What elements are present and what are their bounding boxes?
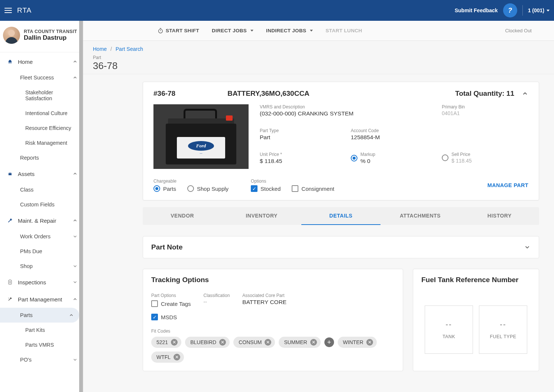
radio-icon xyxy=(187,185,194,192)
label: Risk Management xyxy=(25,140,78,146)
chip[interactable]: WINTER✕ xyxy=(338,337,377,348)
tools-icon xyxy=(6,295,14,303)
manage-part-button[interactable]: MANAGE PART xyxy=(487,182,528,188)
label: TANK xyxy=(443,334,455,339)
chevron-down-icon xyxy=(72,357,78,362)
label: PO's xyxy=(20,357,72,363)
sidebar-item-part-management[interactable]: Part Management xyxy=(0,291,83,308)
tab-attachments[interactable]: ATTACHMENTS xyxy=(380,207,460,225)
tab-inventory[interactable]: INVENTORY xyxy=(222,207,301,225)
sidebar-item-custom-fields[interactable]: Custom Fields xyxy=(0,197,83,212)
part-type-label: Part Type xyxy=(260,128,346,133)
chevron-up-icon xyxy=(72,75,78,80)
chip-label: 5221 xyxy=(156,339,168,345)
page-head: Home / Part Search Part 36-78 xyxy=(83,41,554,74)
sidebar-item-parts-vmrs[interactable]: Parts VMRS xyxy=(0,337,83,352)
qty-label: Total Quantity: xyxy=(455,89,506,97)
chip[interactable]: SUMMER✕ xyxy=(279,337,320,348)
close-icon[interactable]: ✕ xyxy=(366,339,373,346)
breadcrumb-part-search[interactable]: Part Search xyxy=(116,46,143,52)
sidebar-item-class[interactable]: Class xyxy=(0,182,83,197)
help-icon[interactable]: ? xyxy=(503,3,517,17)
label: Stakeholder Satisfaction xyxy=(25,89,78,101)
start-lunch-button[interactable]: START LUNCH xyxy=(325,28,362,33)
start-shift-button[interactable]: START SHIFT xyxy=(158,28,199,34)
close-icon[interactable]: ✕ xyxy=(174,354,180,360)
sidebar-item-fleet-success[interactable]: Fleet Success xyxy=(0,70,83,85)
breadcrumb-home[interactable]: Home xyxy=(93,46,107,52)
part-note-header[interactable]: Part Note xyxy=(143,236,539,258)
sidebar-item-pms-due[interactable]: PMs Due xyxy=(0,244,83,259)
sidebar-item-part-kits[interactable]: Part Kits xyxy=(0,323,83,337)
tracking-options-panel: Tracking Options Part Options Create Tag… xyxy=(143,269,403,371)
fuel-tank-panel: Fuel Tank Reference Number -- TANK -- FU… xyxy=(413,269,539,371)
chip[interactable]: 5221✕ xyxy=(151,337,181,348)
vmrs-label: VMRS and Description xyxy=(260,104,437,110)
stocked-checkbox[interactable]: ✓ Stocked xyxy=(251,185,281,192)
collapse-button[interactable] xyxy=(522,90,528,97)
menu-icon[interactable] xyxy=(4,8,12,13)
sidebar-item-inspections[interactable]: Inspections xyxy=(0,274,83,291)
clock-status: Clocked Out xyxy=(505,28,532,33)
tab-vendor[interactable]: VENDOR xyxy=(143,207,222,225)
create-tags-checkbox[interactable]: Create Tags xyxy=(151,300,191,307)
chip-label: CONSUM xyxy=(239,339,262,345)
label: Work Orders xyxy=(20,233,72,239)
sidebar-item-parts[interactable]: Parts xyxy=(0,308,79,323)
chargeable-parts-radio[interactable]: Parts xyxy=(153,185,176,192)
label: Part Kits xyxy=(25,327,78,333)
sidebar-item-maint[interactable]: Maint. & Repair xyxy=(0,212,83,229)
submit-feedback-link[interactable]: Submit Feedback xyxy=(455,7,498,13)
value: -- xyxy=(446,320,452,329)
close-icon[interactable]: ✕ xyxy=(310,339,317,346)
label: Parts VMRS xyxy=(25,342,78,348)
close-icon[interactable]: ✕ xyxy=(219,339,226,346)
sidebar-item-pos[interactable]: PO's xyxy=(0,352,83,367)
fuel-type-box[interactable]: -- FUEL TYPE xyxy=(479,306,527,354)
fuel-tank-box[interactable]: -- TANK xyxy=(425,306,473,354)
tab-history[interactable]: HISTORY xyxy=(460,207,539,225)
sidebar-item-risk[interactable]: Risk Management xyxy=(0,135,83,150)
user-name: Dallin Dastrup xyxy=(24,34,77,42)
msds-checkbox[interactable]: ✓ MSDS xyxy=(151,314,191,320)
sidebar-item-stakeholder[interactable]: Stakeholder Satisfaction xyxy=(0,85,83,106)
label: Inspections xyxy=(18,279,72,285)
sidebar-item-resource[interactable]: Resource Efficiency xyxy=(0,121,83,135)
radio-icon xyxy=(351,155,357,161)
direct-jobs-button[interactable]: DIRECT JOBS xyxy=(212,28,253,33)
consignment-checkbox[interactable]: Consignment xyxy=(292,185,334,192)
close-icon[interactable]: ✕ xyxy=(265,339,271,346)
wrench-icon xyxy=(6,216,14,225)
sidebar-item-shop[interactable]: Shop xyxy=(0,259,83,274)
label: DIRECT JOBS xyxy=(212,28,247,33)
sell-price-radio[interactable]: Sell Price $ 118.45 xyxy=(442,152,528,164)
chargeable-label: Chargeable xyxy=(153,179,229,184)
chip-label: WINTER xyxy=(343,339,363,345)
add-chip-button[interactable]: + xyxy=(324,337,334,347)
assoc-core-value: BATTERY CORE xyxy=(242,299,286,306)
sidebar-item-assets[interactable]: Assets xyxy=(0,165,83,182)
chip[interactable]: CONSUM✕ xyxy=(233,337,275,348)
checkbox-icon: ✓ xyxy=(251,185,257,192)
sidebar-item-home[interactable]: Home xyxy=(0,53,83,70)
primary-bin-value: 0401A1 xyxy=(442,110,528,116)
scrollbar[interactable] xyxy=(79,21,83,392)
chip[interactable]: WTFL✕ xyxy=(151,352,184,363)
tab-details[interactable]: DETAILS xyxy=(301,207,380,225)
chevron-up-icon xyxy=(72,171,78,176)
markup-radio[interactable]: Markup % 0 xyxy=(351,152,437,164)
sidebar-item-reports[interactable]: Reports xyxy=(0,150,83,165)
chevron-down-icon xyxy=(250,30,253,32)
chip[interactable]: BLUEBIRD✕ xyxy=(185,337,230,348)
chargeable-shop-radio[interactable]: Shop Supply xyxy=(187,185,229,192)
indirect-jobs-button[interactable]: INDIRECT JOBS xyxy=(266,28,313,33)
sidebar-item-intentional[interactable]: Intentional Culture xyxy=(0,106,83,121)
close-icon[interactable]: ✕ xyxy=(171,339,178,346)
user-menu[interactable]: 1 (001) xyxy=(528,7,550,13)
unit-price-value: $ 118.45 xyxy=(260,158,346,164)
profile[interactable]: RTA COUNTY TRANSIT Dallin Dastrup xyxy=(0,21,83,51)
clipboard-icon xyxy=(6,278,14,286)
label: Shop Supply xyxy=(197,186,229,192)
vmrs-value: (032-000-000) CRANKING SYSTEM xyxy=(260,110,437,117)
sidebar-item-work-orders[interactable]: Work Orders xyxy=(0,229,83,244)
